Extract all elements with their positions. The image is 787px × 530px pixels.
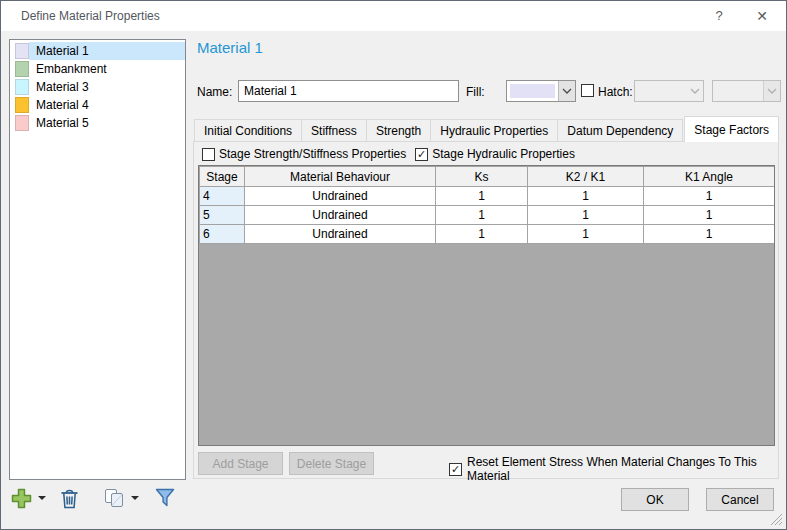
material-color-swatch [15, 61, 29, 77]
chevron-down-icon [690, 88, 700, 94]
tab-label: Hydraulic Properties [440, 124, 548, 138]
copy-material-dropdown-arrow[interactable] [131, 496, 139, 500]
fill-color-swatch [510, 84, 555, 98]
material-label: Material 4 [29, 96, 185, 114]
reset-element-stress-checkbox[interactable]: ✓ [449, 463, 462, 476]
copy-material-icon [103, 488, 125, 509]
col-header-stage: Stage [200, 167, 245, 187]
delete-material-button[interactable] [60, 488, 79, 509]
col-header-k1-angle: K1 Angle [644, 167, 775, 187]
col-header-k2k1: K2 / K1 [528, 167, 644, 187]
grid-row-stage-4: 4 Undrained 1 1 1 [200, 187, 775, 206]
help-icon: ? [715, 8, 722, 23]
material-label: Material 5 [29, 114, 185, 132]
add-material-icon [11, 488, 32, 509]
hatch-color-swatch [716, 84, 760, 98]
stage-factors-panel: Stage Strength/Stiffness Properties ✓ St… [193, 141, 779, 479]
tab-datum-dependency[interactable]: Datum Dependency [557, 119, 683, 142]
material-list-item-1[interactable]: Material 1 [10, 42, 185, 60]
copy-material-button[interactable] [103, 488, 139, 509]
col-header-ks: Ks [436, 167, 528, 187]
delete-stage-button[interactable]: Delete Stage [289, 452, 374, 475]
material-list: Material 1 Embankment Material 3 Materia… [9, 39, 186, 480]
filter-materials-icon [155, 488, 175, 508]
k2k1-cell[interactable]: 1 [528, 187, 644, 206]
tab-stage-factors[interactable]: Stage Factors [684, 116, 779, 142]
stage-hydraulic-label: Stage Hydraulic Properties [432, 147, 575, 161]
material-label: Material 3 [29, 78, 185, 96]
material-list-item-5[interactable]: Material 5 [10, 114, 185, 132]
grid-row-stage-5: 5 Undrained 1 1 1 [200, 206, 775, 225]
ks-cell[interactable]: 1 [436, 206, 528, 225]
tab-label: Initial Conditions [204, 124, 292, 138]
fill-color-dropdown[interactable] [506, 80, 576, 102]
ks-cell[interactable]: 1 [436, 225, 528, 244]
selected-material-heading: Material 1 [197, 39, 263, 56]
stage-cell: 6 [200, 225, 245, 244]
material-list-item-3[interactable]: Material 3 [10, 78, 185, 96]
hatch-color-dropdown[interactable] [712, 80, 781, 102]
ok-button[interactable]: OK [621, 488, 689, 511]
stage-cell: 5 [200, 206, 245, 225]
hatch-checkbox[interactable] [581, 84, 594, 97]
stage-hydraulic-checkbox[interactable]: ✓ [415, 148, 428, 161]
close-button[interactable]: ✕ [744, 1, 780, 30]
material-color-swatch [15, 97, 29, 113]
tab-label: Stiffness [311, 124, 357, 138]
grid-header-row: Stage Material Behaviour Ks K2 / K1 K1 A… [200, 167, 775, 187]
stage-strength-stiffness-checkbox[interactable] [202, 148, 215, 161]
k1-angle-cell[interactable]: 1 [644, 187, 775, 206]
fill-dropdown-button[interactable] [558, 81, 575, 101]
tab-hydraulic-properties[interactable]: Hydraulic Properties [430, 119, 558, 142]
name-label: Name: [197, 85, 232, 99]
material-label: Material 1 [29, 42, 185, 60]
add-material-dropdown-arrow[interactable] [38, 496, 46, 500]
material-behaviour-cell[interactable]: Undrained [245, 187, 436, 206]
material-color-swatch [15, 115, 29, 131]
define-material-properties-dialog: Define Material Properties ? ✕ Material … [0, 0, 787, 530]
tab-label: Strength [376, 124, 421, 138]
chevron-down-icon [562, 88, 572, 94]
tab-strength[interactable]: Strength [366, 119, 431, 142]
tab-stiffness[interactable]: Stiffness [301, 119, 367, 142]
help-button[interactable]: ? [702, 1, 736, 30]
chevron-down-icon [767, 88, 777, 94]
tab-label: Datum Dependency [567, 124, 673, 138]
close-icon: ✕ [756, 8, 768, 24]
material-label: Embankment [29, 60, 185, 78]
reset-element-stress-label: Reset Element Stress When Material Chang… [467, 455, 778, 483]
ks-cell[interactable]: 1 [436, 187, 528, 206]
material-list-item-2[interactable]: Embankment [10, 60, 185, 78]
material-list-item-4[interactable]: Material 4 [10, 96, 185, 114]
hatch-pattern-dropdown[interactable] [634, 80, 704, 102]
tab-label: Stage Factors [694, 123, 769, 137]
filter-materials-button[interactable] [155, 488, 175, 508]
hatch-color-dropdown-button[interactable] [763, 81, 780, 101]
resize-grip[interactable] [769, 512, 783, 526]
cancel-button[interactable]: Cancel [706, 488, 774, 511]
k2k1-cell[interactable]: 1 [528, 206, 644, 225]
fill-label: Fill: [466, 85, 485, 99]
stage-strength-stiffness-label: Stage Strength/Stiffness Properties [219, 147, 406, 161]
dialog-title: Define Material Properties [21, 9, 160, 23]
material-color-swatch [15, 79, 29, 95]
hatch-pattern-dropdown-button[interactable] [686, 81, 703, 101]
k1-angle-cell[interactable]: 1 [644, 206, 775, 225]
stage-cell: 4 [200, 187, 245, 206]
add-stage-button[interactable]: Add Stage [198, 452, 283, 475]
material-behaviour-cell[interactable]: Undrained [245, 206, 436, 225]
material-color-swatch [15, 43, 29, 59]
material-behaviour-cell[interactable]: Undrained [245, 225, 436, 244]
hatch-label: Hatch: [598, 85, 633, 99]
add-material-button[interactable] [11, 488, 46, 509]
col-header-material-behaviour: Material Behaviour [245, 167, 436, 187]
k1-angle-cell[interactable]: 1 [644, 225, 775, 244]
delete-material-icon [60, 488, 79, 509]
hatch-pattern-swatch [638, 84, 683, 98]
material-toolbar [11, 487, 175, 509]
title-bar[interactable]: Define Material Properties ? ✕ [1, 1, 786, 31]
material-name-input[interactable] [238, 80, 459, 102]
k2k1-cell[interactable]: 1 [528, 225, 644, 244]
tab-initial-conditions[interactable]: Initial Conditions [194, 119, 302, 142]
grid-row-stage-6: 6 Undrained 1 1 1 [200, 225, 775, 244]
